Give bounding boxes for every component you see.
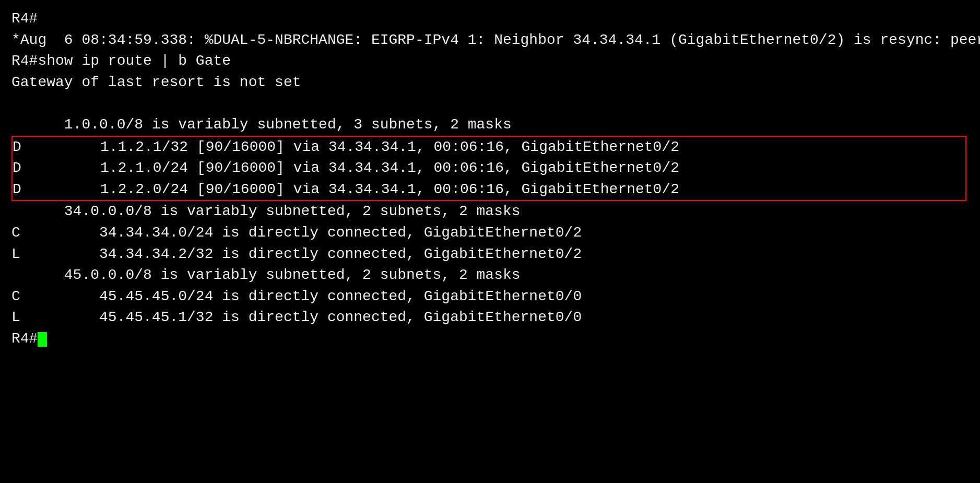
prompt-line-2[interactable]: R4# [11,328,969,350]
log-line-1: *Aug 6 08:34:59.338: %DUAL-5-NBRCHANGE: … [11,30,969,51]
route-line-1: D 1.1.2.1/32 [90/16000] via 34.34.34.1, … [13,137,965,158]
route-line-6: C 45.45.45.0/24 is directly connected, G… [11,286,969,308]
prompt-line-1: R4# [11,8,969,30]
command-line-1: R4#show ip route | b Gate [11,51,969,72]
prompt-text: R4# [11,331,38,347]
gateway-line: Gateway of last resort is not set [11,72,969,93]
route-line-7: L 45.45.45.1/32 is directly connected, G… [11,307,969,328]
route-line-5: L 34.34.34.2/32 is directly connected, G… [11,244,969,265]
terminal-window: R4# *Aug 6 08:34:59.338: %DUAL-5-NBRCHAN… [6,4,974,483]
route-line-2: D 1.2.1.0/24 [90/16000] via 34.34.34.1, … [13,158,965,179]
route-line-3: D 1.2.2.0/24 [90/16000] via 34.34.34.1, … [13,179,965,201]
route-line-4: C 34.34.34.0/24 is directly connected, G… [11,222,969,244]
cursor-block [38,332,47,347]
subnet-1-header: 1.0.0.0/8 is variably subnetted, 3 subne… [11,114,969,136]
subnet-2-header: 34.0.0.0/8 is variably subnetted, 2 subn… [11,201,969,222]
subnet-3-header: 45.0.0.0/8 is variably subnetted, 2 subn… [11,265,969,286]
highlighted-routes-block: D 1.1.2.1/32 [90/16000] via 34.34.34.1, … [11,136,966,202]
empty-line-1 [11,93,969,114]
